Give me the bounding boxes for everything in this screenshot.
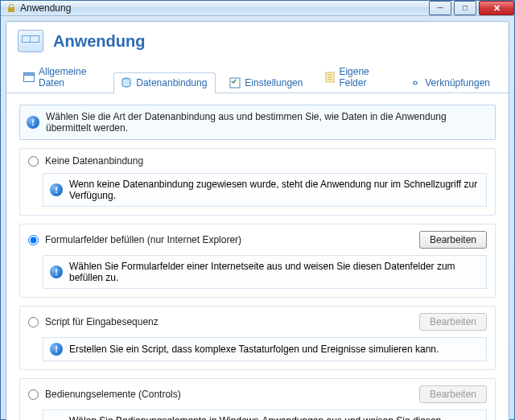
window-icon	[23, 72, 35, 83]
info-text: Wälen Sie Bedienungselemente in Windows-…	[69, 415, 480, 420]
application-icon	[18, 30, 43, 52]
tab-bar: Allgemeine Daten Datenanbindung Einstell…	[6, 60, 509, 93]
titlebar[interactable]: Anwendung ─ □ ✕	[1, 1, 514, 16]
window: Anwendung ─ □ ✕ Anwendung Allgemeine Dat…	[0, 0, 515, 420]
tab-label: Datenanbindung	[136, 77, 207, 89]
option-label[interactable]: Script für Eingabesequenz	[45, 316, 159, 327]
minimize-button[interactable]: ─	[429, 1, 451, 15]
maximize-button[interactable]: □	[454, 1, 476, 15]
option-none-info: ! Wenn keine Datenanbindung zugewiesen w…	[43, 173, 487, 207]
radio-form-fields[interactable]	[28, 235, 39, 245]
tab-custom-fields[interactable]: Eigene Felder	[318, 61, 396, 93]
info-icon: !	[50, 343, 63, 356]
intro-text: Wählen Sie die Art der Datenanbindung au…	[46, 111, 488, 134]
edit-script-button[interactable]: Bearbeiten	[419, 313, 487, 331]
info-icon: !	[27, 116, 39, 129]
tab-label: Allgemeine Daten	[39, 66, 98, 89]
page-header: Anwendung	[6, 22, 509, 59]
close-button[interactable]: ✕	[479, 1, 514, 15]
option-label[interactable]: Bedienungselemente (Controls)	[45, 389, 181, 400]
info-text: Wenn keine Datenanbindung zugewiesen wur…	[69, 179, 480, 201]
tab-data-binding[interactable]: Datenanbindung	[113, 72, 216, 93]
client-area: Anwendung Allgemeine Daten Datenanbindun…	[6, 21, 509, 420]
database-icon	[121, 77, 132, 89]
option-script: Script für Eingabesequenz Bearbeiten ! E…	[19, 306, 496, 370]
info-text: Wählen Sie Formularfelder einer Internet…	[69, 261, 480, 283]
edit-controls-button[interactable]: Bearbeiten	[419, 385, 487, 403]
option-controls: Bedienungselemente (Controls) Bearbeiten…	[19, 378, 496, 420]
page-title: Anwendung	[53, 32, 145, 51]
tab-label: Eigene Felder	[339, 66, 387, 89]
info-icon: !	[50, 183, 63, 196]
svg-rect-3	[230, 78, 240, 88]
option-form-info: ! Wählen Sie Formularfelder einer Intern…	[43, 255, 487, 289]
intro-info: ! Wählen Sie die Art der Datenanbindung …	[19, 105, 496, 140]
info-icon: !	[50, 266, 63, 278]
option-label[interactable]: Formularfelder befüllen (nur Internet Ex…	[45, 234, 241, 245]
tab-links[interactable]: Verknüpfungen	[402, 72, 499, 93]
note-icon	[325, 72, 335, 83]
edit-form-button[interactable]: Bearbeiten	[419, 231, 487, 249]
option-none: Keine Datenanbindung ! Wenn keine Datena…	[19, 148, 496, 216]
tab-content: ! Wählen Sie die Art der Datenanbindung …	[6, 93, 509, 420]
radio-script[interactable]	[28, 317, 39, 327]
tab-label: Einstellungen	[245, 77, 303, 89]
option-form-fields: Formularfelder befüllen (nur Internet Ex…	[19, 224, 496, 298]
checklist-icon	[229, 77, 241, 89]
tab-label: Verknüpfungen	[425, 77, 490, 89]
window-buttons: ─ □ ✕	[426, 1, 514, 15]
info-text: Erstellen Sie ein Script, dass komplexe …	[69, 344, 439, 355]
window-title: Anwendung	[20, 2, 71, 14]
radio-none[interactable]	[28, 156, 39, 167]
svg-rect-1	[24, 73, 35, 76]
tab-general[interactable]: Allgemeine Daten	[16, 61, 107, 93]
lock-icon	[6, 2, 17, 14]
radio-controls[interactable]	[28, 389, 39, 400]
option-label[interactable]: Keine Datenanbindung	[45, 155, 143, 167]
link-icon	[410, 77, 421, 89]
tab-settings[interactable]: Einstellungen	[222, 72, 311, 93]
option-script-info: ! Erstellen Sie ein Script, dass komplex…	[43, 337, 487, 361]
option-controls-info: ! Wälen Sie Bedienungselemente in Window…	[43, 410, 487, 420]
